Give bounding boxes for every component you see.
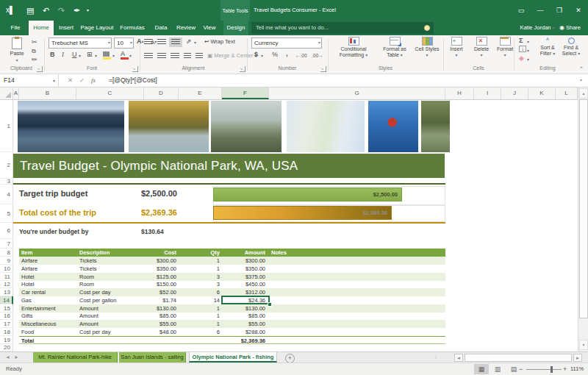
cell-item[interactable]: Car rental — [21, 288, 74, 296]
row-header-11[interactable]: 11 — [0, 273, 13, 281]
clear-dropdown-icon[interactable]: ▾ — [527, 56, 529, 64]
column-header-E[interactable]: E — [179, 88, 222, 99]
undo-icon[interactable]: ↶ — [43, 4, 49, 16]
row-header-16[interactable]: 16 — [0, 312, 13, 320]
restore-icon[interactable]: ❐ — [550, 0, 569, 21]
accounting-format-icon[interactable]: $ — [254, 51, 258, 59]
photo-forest-stream[interactable] — [421, 101, 450, 152]
clear-icon[interactable]: ◆ — [519, 54, 524, 63]
zoom-slider-thumb[interactable] — [551, 366, 553, 373]
cell-notes[interactable] — [271, 312, 443, 320]
normal-view-icon[interactable]: ▦ — [474, 364, 489, 374]
name-box[interactable]: F14 ▾ — [0, 74, 59, 87]
share-button[interactable]: Share — [566, 24, 581, 31]
cell-qty[interactable]: 1 — [179, 320, 220, 328]
ribbon-tab-view[interactable]: View — [200, 21, 219, 35]
cell-item[interactable]: Gas — [21, 296, 74, 304]
increase-decimal-icon[interactable]: ←.00 — [295, 51, 307, 60]
cell-cost[interactable]: $130.00 — [144, 304, 176, 312]
column-header-L[interactable]: L — [556, 88, 578, 99]
align-left-icon[interactable] — [144, 53, 153, 60]
photo-olympic-peninsula-map[interactable] — [287, 101, 365, 152]
fill-icon[interactable]: ↓ — [519, 46, 526, 52]
save-icon[interactable]: ▤ — [26, 4, 34, 16]
cell-desc[interactable]: Amount — [79, 320, 144, 328]
format-cells-button[interactable]: Format▾ — [494, 37, 516, 58]
row-header-18[interactable]: 18 — [0, 328, 13, 336]
cell-desc[interactable]: Cost per day — [79, 288, 144, 296]
format-as-table-button[interactable]: Format as Table ▾ — [378, 37, 412, 58]
table-row[interactable]: HotelRoom$150.003$450.00 — [19, 281, 445, 288]
clipboard-dialog-launcher[interactable]: ↘ — [37, 66, 43, 72]
cell-qty[interactable]: 6 — [179, 328, 220, 336]
orientation-icon[interactable]: ⇗ — [186, 38, 192, 46]
copy-icon[interactable]: ⧉ — [32, 47, 36, 55]
column-header-H[interactable]: H — [445, 88, 474, 99]
cell-cost[interactable]: $350.00 — [144, 265, 176, 273]
number-dialog-launcher[interactable]: ↘ — [320, 66, 326, 72]
percent-style-icon[interactable]: % — [272, 51, 278, 59]
delete-cells-button[interactable]: ✕ Delete▾ — [470, 37, 492, 58]
photo-heron-bird[interactable] — [211, 101, 282, 152]
number-format-combo[interactable]: Currency▾ — [251, 38, 322, 49]
fill-dropdown-icon[interactable]: ▾ — [527, 47, 529, 55]
cell-cost[interactable]: $1.74 — [144, 296, 176, 304]
page-layout-view-icon[interactable]: ▥ — [490, 364, 505, 374]
cell-desc[interactable]: Cost per day — [79, 328, 144, 336]
row-header-4[interactable]: 4 — [0, 185, 13, 204]
insert-function-icon[interactable]: fx — [91, 74, 96, 87]
cell-item[interactable]: Airfare — [21, 265, 74, 273]
fill-color-dropdown-icon[interactable]: ▾ — [112, 52, 115, 60]
selected-cell-outline[interactable] — [221, 296, 270, 304]
paste-button[interactable]: Paste▾ — [4, 37, 29, 63]
cost-value-cell[interactable]: $2,369.36 — [141, 208, 177, 217]
font-name-combo[interactable]: Trebuchet MS▾ — [49, 38, 112, 49]
cell-qty[interactable]: 6 — [179, 288, 220, 296]
ribbon-tab-home[interactable]: Home — [29, 21, 54, 35]
cell-desc[interactable]: Room — [79, 273, 144, 281]
cell-cost[interactable]: $55.00 — [144, 320, 176, 328]
cell-notes[interactable] — [271, 257, 443, 265]
table-row[interactable]: FoodCost per day$48.006$288.00 — [19, 328, 445, 336]
ribbon-tab-page-layout[interactable]: Page Layout — [79, 21, 115, 35]
column-header-D[interactable]: D — [144, 88, 179, 99]
alignment-dialog-launcher[interactable]: ↘ — [240, 66, 245, 72]
row-header-7[interactable]: 7 — [0, 239, 13, 249]
cell-desc[interactable]: Tickets — [79, 257, 144, 265]
cell-item[interactable]: Gifts — [21, 312, 74, 320]
orientation-dropdown-icon[interactable]: ▾ — [194, 39, 196, 47]
cell-amount[interactable]: $85.00 — [222, 312, 265, 320]
borders-dropdown-icon[interactable]: ▾ — [95, 52, 97, 60]
ribbon-tab-file[interactable]: File — [4, 21, 26, 35]
ribbon-tab-data[interactable]: Data — [150, 21, 172, 35]
cell-notes[interactable] — [271, 328, 443, 336]
cell-notes[interactable] — [271, 273, 443, 281]
cell-amount[interactable]: $450.00 — [222, 281, 265, 288]
user-dropdown-icon[interactable]: ▾ — [553, 26, 555, 30]
underline-button[interactable]: U — [72, 51, 77, 59]
ribbon-display-options-icon[interactable]: ▭ — [512, 0, 531, 21]
cell-desc[interactable]: Amount — [79, 304, 144, 312]
cell-amount[interactable]: $350.00 — [222, 265, 265, 273]
cell-notes[interactable] — [271, 281, 443, 288]
cell-cost[interactable]: $125.00 — [144, 273, 176, 281]
expand-formula-bar-icon[interactable]: ▾ — [580, 74, 582, 87]
decrease-decimal-icon[interactable]: .00→ — [312, 51, 323, 60]
row-header-9[interactable]: 9 — [0, 257, 13, 265]
table-row[interactable]: AirfareTickets$300.001$300.00 — [19, 257, 445, 265]
cell-qty[interactable]: 1 — [179, 265, 220, 273]
row-header-12[interactable]: 12 — [0, 281, 13, 288]
zoom-slider-track[interactable] — [526, 369, 562, 370]
borders-icon[interactable]: ⊞ — [87, 51, 93, 59]
italic-button[interactable]: I — [62, 51, 64, 59]
align-bottom-icon[interactable] — [169, 38, 182, 47]
cut-icon[interactable]: ✂ — [32, 38, 37, 46]
column-header-C[interactable]: C — [76, 88, 144, 99]
decrease-indent-icon[interactable] — [184, 53, 191, 60]
cell-cost[interactable]: $85.00 — [144, 312, 176, 320]
cell-qty[interactable]: 1 — [179, 304, 220, 312]
font-color-dropdown-icon[interactable]: ▾ — [129, 52, 132, 60]
row-header-3[interactable]: 3 — [0, 179, 13, 185]
next-sheet-icon[interactable]: ► — [14, 352, 19, 362]
cell-amount[interactable]: $300.00 — [222, 257, 265, 265]
